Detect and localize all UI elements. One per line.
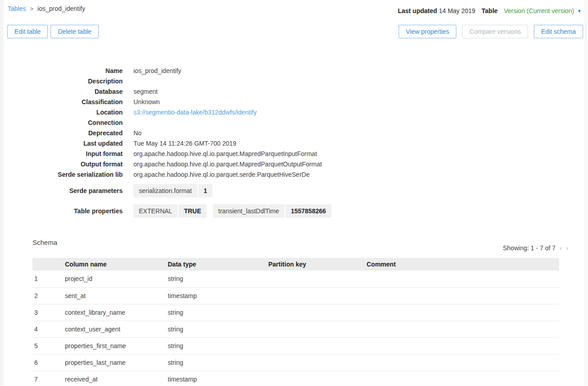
schema-section-title: Schema	[32, 239, 57, 246]
view-properties-button[interactable]: View properties	[399, 25, 456, 38]
table-properties-chips: EXTERNAL TRUE transient_lastDdlTime 1557…	[133, 204, 331, 218]
cell-data-type: string	[168, 271, 268, 287]
chip-value: 1	[198, 184, 213, 198]
toolbar-left: Edit table Delete table	[7, 25, 99, 38]
delete-table-button[interactable]: Delete table	[51, 25, 99, 38]
cell-partition-key	[268, 354, 367, 371]
detail-row: Classification Unknown	[11, 97, 462, 107]
version-selector[interactable]: Version (Current version)	[504, 7, 574, 14]
edit-table-button[interactable]: Edit table	[7, 25, 48, 38]
table-label: Table	[482, 7, 498, 14]
cell-comment	[367, 304, 559, 321]
detail-row: Input format org.apache.hadoop.hive.ql.i…	[11, 149, 462, 159]
cell-index: 6	[32, 354, 65, 371]
detail-label: Serde serialization lib	[11, 170, 123, 180]
table-properties-label: Table properties	[11, 204, 123, 218]
cell-column-name: properties_last_name	[65, 354, 168, 371]
toolbar-right: View properties Compare versions Edit sc…	[399, 25, 583, 38]
cell-comment	[367, 371, 559, 386]
key-value-chip: transient_lastDdlTime 1557858266	[213, 204, 331, 218]
detail-value: ios_prod_identify	[133, 66, 181, 76]
detail-value: org.apache.hadoop.hive.ql.io.parquet.Map…	[133, 149, 317, 159]
col-header-comment: Comment	[367, 258, 559, 271]
cell-partition-key	[268, 337, 367, 354]
cell-partition-key	[268, 304, 367, 321]
cell-index: 3	[32, 304, 65, 321]
cell-partition-key	[268, 371, 367, 386]
col-header-column-name: Column name	[65, 258, 168, 271]
cell-column-name: received_at	[65, 371, 168, 386]
detail-row: Description	[11, 76, 462, 87]
chip-value: 1557858266	[285, 204, 331, 218]
detail-row: Name ios_prod_identify	[11, 66, 462, 76]
col-header-index	[32, 258, 65, 271]
chip-key: serialization.format	[133, 184, 198, 198]
chevron-right-icon[interactable]: ›	[566, 244, 568, 252]
table-row: 2 sent_at timestamp	[32, 287, 559, 304]
detail-label: Connection	[11, 118, 123, 128]
table-row: 1 project_id string	[32, 271, 559, 287]
cell-comment	[367, 354, 559, 371]
key-value-chip: EXTERNAL TRUE	[133, 204, 207, 218]
cell-data-type: string	[168, 321, 268, 337]
detail-label: Classification	[11, 97, 123, 107]
table-properties-row: Table properties EXTERNAL TRUE transient…	[11, 204, 462, 218]
detail-value: Unknown	[133, 97, 160, 107]
detail-value: org.apache.hadoop.hive.ql.io.parquet.Map…	[133, 159, 322, 170]
schema-table-header: Column name Data type Partition key Comm…	[32, 258, 559, 271]
table-details: Name ios_prod_identify Description Datab…	[11, 66, 462, 218]
table-row: 7 received_at timestamp	[32, 371, 559, 386]
cell-comment	[367, 337, 559, 354]
cell-column-name: properties_first_name	[65, 337, 168, 354]
cell-comment	[367, 321, 559, 337]
cell-comment	[367, 271, 559, 287]
cell-column-name: context_user_agent	[65, 321, 168, 337]
detail-value: org.apache.hadoop.hive.ql.io.parquet.ser…	[133, 170, 310, 180]
cell-data-type: timestamp	[168, 371, 268, 386]
detail-row: Serde serialization lib org.apache.hadoo…	[11, 170, 462, 180]
chevron-left-icon[interactable]: ‹	[560, 244, 562, 252]
last-updated-label: Last updated	[398, 7, 437, 14]
table-row: 3 context_library_name string	[32, 304, 559, 321]
page-left-gutter	[0, 0, 4, 386]
chip-key: EXTERNAL	[133, 204, 178, 218]
detail-label: Last updated	[11, 138, 123, 149]
detail-label: Output format	[11, 159, 123, 170]
pagination-status: Showing: 1 - 7 of 7	[503, 244, 556, 252]
cell-data-type: string	[168, 354, 268, 371]
schema-table-body: 1 project_id string 2 sent_at timestamp …	[32, 271, 559, 386]
cell-index: 1	[32, 271, 65, 287]
details-field-list: Name ios_prod_identify Description Datab…	[11, 66, 462, 180]
detail-value: s3://segmentio-data-lake/b312ddwfs/ident…	[133, 107, 257, 118]
detail-row: Connection	[11, 118, 462, 128]
cell-column-name: context_library_name	[65, 304, 168, 321]
detail-row: Deprecated No	[11, 128, 462, 138]
table-row: 4 context_user_agent string	[32, 321, 559, 337]
cell-index: 5	[32, 337, 65, 354]
serde-parameters-chips: serialization.format 1	[133, 184, 212, 198]
cell-partition-key	[268, 321, 367, 337]
detail-label: Description	[11, 76, 123, 87]
cell-partition-key	[268, 271, 367, 287]
detail-row: Last updated Tue May 14 11:24:26 GMT-700…	[11, 138, 462, 149]
detail-label: Name	[11, 66, 123, 76]
detail-row: Database segment	[11, 87, 462, 97]
breadcrumb-tables-link[interactable]: Tables	[8, 5, 26, 12]
cell-column-name: project_id	[65, 271, 168, 287]
edit-schema-button[interactable]: Edit schema	[534, 25, 583, 38]
cell-index: 2	[32, 287, 65, 304]
serde-parameters-row: Serde parameters serialization.format 1	[11, 184, 462, 198]
cell-column-name: sent_at	[65, 287, 168, 304]
cell-data-type: string	[168, 337, 268, 354]
table-row: 6 properties_last_name string	[32, 354, 559, 371]
detail-row: Location s3://segmentio-data-lake/b312dd…	[11, 107, 462, 118]
header-meta: Last updated 14 May 2019 Table Version (…	[398, 7, 582, 14]
cell-data-type: string	[168, 304, 268, 321]
last-updated-value: 14 May 2019	[439, 7, 475, 14]
chevron-down-icon[interactable]: ▼	[577, 9, 582, 14]
chip-value: TRUE	[179, 204, 207, 218]
detail-label: Input format	[11, 149, 123, 159]
chip-key: transient_lastDdlTime	[213, 204, 285, 218]
detail-label: Location	[11, 107, 123, 118]
col-header-data-type: Data type	[168, 258, 268, 271]
